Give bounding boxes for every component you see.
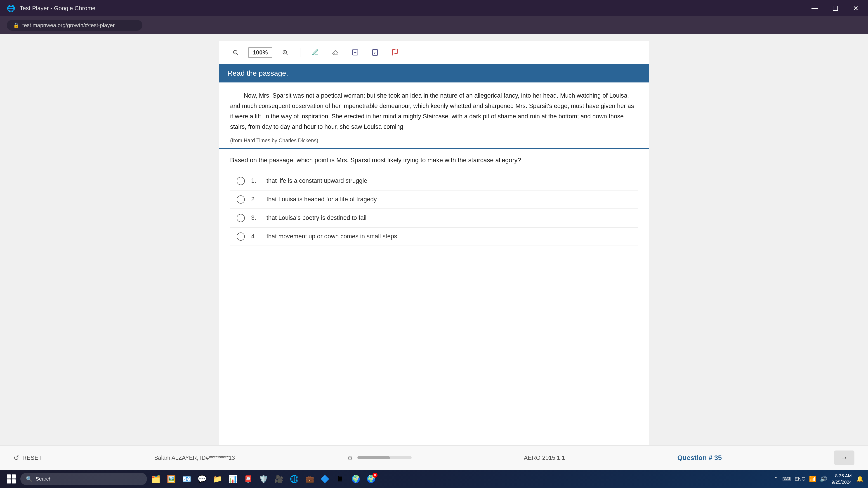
taskbar-app-zoom[interactable]: 🎥 [272,472,286,486]
maximize-button[interactable]: ☐ [830,2,841,14]
bottom-bar: ↺ RESET Salam ALZAYER, ID#*********13 ⚙ … [0,445,868,470]
clock[interactable]: 8:35 AM 9/25/2024 [832,473,852,485]
taskbar-app-edge[interactable]: 🌐 [287,472,301,486]
url-input[interactable]: 🔒 test.mapnwea.org/growth/#/test-player [7,20,143,31]
radio-3[interactable] [237,214,245,222]
answer-options: 1. that life is a constant upward strugg… [219,172,649,246]
system-tray-icons: ⌃ ⌨ ENG 📶 🔊 [774,476,827,483]
browser-content: 100% [0,34,868,470]
option-4-text: that movement up or down comes in small … [267,233,397,240]
zoom-out-button[interactable] [228,45,243,60]
taskbar-app-linkedin[interactable]: 💼 [303,472,316,486]
taskbar-app-bing[interactable]: 🔷 [318,472,332,486]
taskbar-app-photos[interactable]: 🖼️ [164,472,178,486]
language-indicator: ENG [795,476,805,482]
start-button[interactable] [4,472,18,486]
option-4-number: 4. [251,233,260,240]
lock-icon: 🔒 [13,22,19,28]
date-display: 9/25/2024 [832,479,852,485]
search-icon: 🔍 [26,476,33,482]
minimize-button[interactable]: — [809,2,820,14]
option-1-number: 1. [251,177,260,184]
taskbar-app-chrome[interactable]: 🌍 [349,472,363,486]
reset-button[interactable]: ↺ RESET [13,454,42,462]
divider [300,48,301,57]
taskbar-app-calculator[interactable]: 🖩 [334,472,347,486]
svg-line-2 [237,54,238,55]
option-2-number: 2. [251,196,260,203]
progress-gear-icon: ⚙ [347,454,353,462]
notepad-tool-button[interactable] [368,45,382,60]
question-number: Question # 35 [677,454,722,462]
underline-word: most [372,157,385,164]
content-panel: Read the passage. Now, Mrs. Sparsit was … [219,64,649,445]
flag-tool-button[interactable] [388,45,402,60]
taskbar-app-mail[interactable]: 📧 [180,472,193,486]
wifi-icon[interactable]: 📶 [809,476,816,483]
taskbar-app-security[interactable]: 🛡️ [257,472,270,486]
option-2-text: that Louisa is headed for a life of trag… [267,196,377,203]
option-2[interactable]: 2. that Louisa is headed for a life of t… [230,190,638,209]
window-controls[interactable]: — ☐ ✕ [809,2,861,14]
taskbar-right: ⌃ ⌨ ENG 📶 🔊 8:35 AM 9/25/2024 🔔 [774,473,864,485]
option-3-number: 3. [251,215,260,221]
taskbar-apps: 🗂️ 🖼️ 📧 💬 📁 📊 📮 🛡️ 🎥 🌐 💼 🔷 🖩 🌍 🌍8 [149,472,772,486]
title-bar: 🌐 Test Player - Google Chrome — ☐ ✕ [0,0,868,16]
radio-4[interactable] [237,232,245,240]
zoom-value: 100% [248,47,272,58]
source-suffix: by Charles Dickens) [270,138,318,143]
highlight-tool-button[interactable] [348,45,362,60]
address-bar: 🔒 test.mapnwea.org/growth/#/test-player [0,16,868,34]
taskbar-app-explorer[interactable]: 🗂️ [149,472,163,486]
zoom-in-button[interactable] [278,45,292,60]
passage-source: (from Hard Times by Charles Dickens) [219,138,649,149]
option-3-text: that Louisa's poetry is destined to fail [267,215,366,221]
taskbar-app-teams[interactable]: 💬 [195,472,209,486]
taskbar-search-button[interactable]: 🔍 Search [20,473,147,485]
search-label: Search [36,476,52,482]
url-text: test.mapnwea.org/growth/#/test-player [22,22,115,29]
keyboard-icon: ⌨ [782,476,791,483]
taskbar: 🔍 Search 🗂️ 🖼️ 📧 💬 📁 📊 📮 🛡️ 🎥 🌐 💼 🔷 🖩 🌍 … [0,470,868,488]
progress-bar [358,456,412,459]
test-info: AERO 2015 1.1 [524,454,565,461]
time-display: 8:35 AM [832,473,852,479]
radio-2[interactable] [237,195,245,203]
taskbar-app-chrome2[interactable]: 🌍8 [364,472,378,486]
pencil-tool-button[interactable] [308,45,322,60]
option-1-text: that life is a constant upward struggle [267,177,367,184]
taskbar-app-outlook[interactable]: 📮 [241,472,255,486]
taskbar-app-3[interactable]: 📊 [226,472,240,486]
progress-area: ⚙ [347,454,412,462]
next-arrow-icon: → [841,454,848,462]
titlebar-left: 🌐 Test Player - Google Chrome [7,4,95,12]
passage-header: Read the passage. [219,64,649,83]
chrome-icon: 🌐 [7,4,15,12]
windows-logo-icon [7,475,16,484]
chevron-up-icon[interactable]: ⌃ [774,476,779,483]
taskbar-app-files[interactable]: 📁 [211,472,224,486]
passage-text: Now, Mrs. Sparsit was not a poetical wom… [219,83,649,138]
annotation-toolbar: 100% [219,41,649,64]
radio-1[interactable] [237,177,245,185]
progress-bar-fill [358,456,390,459]
option-4[interactable]: 4. that movement up or down comes in sma… [230,227,638,246]
close-button[interactable]: ✕ [850,2,861,14]
option-3[interactable]: 3. that Louisa's poetry is destined to f… [230,209,638,227]
passage-header-text: Read the passage. [227,69,288,77]
next-button[interactable]: → [834,451,855,465]
user-info: Salam ALZAYER, ID#*********13 [154,455,235,461]
reset-icon: ↺ [13,454,19,462]
source-book-link[interactable]: Hard Times [244,138,270,143]
window-title: Test Player - Google Chrome [20,5,95,12]
source-prefix: (from [230,138,244,143]
option-1[interactable]: 1. that life is a constant upward strugg… [230,172,638,190]
question-text: Based on the passage, which point is Mrs… [219,156,649,172]
notification-icon[interactable]: 🔔 [856,476,864,483]
volume-icon[interactable]: 🔊 [820,476,827,483]
eraser-tool-button[interactable] [328,45,342,60]
reset-label: RESET [22,454,42,461]
svg-line-6 [286,54,287,55]
